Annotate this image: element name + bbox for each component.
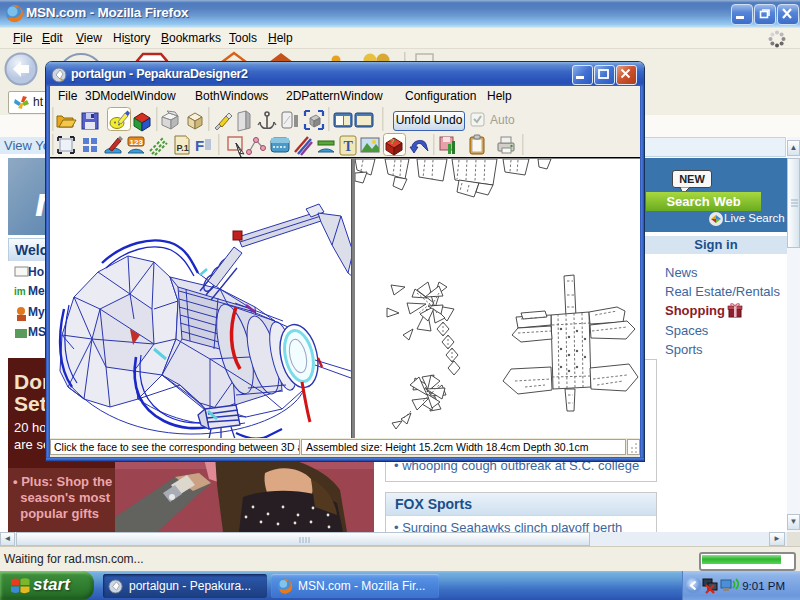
svg-text:123: 123 bbox=[130, 138, 144, 147]
svg-text:Auto: Auto bbox=[490, 113, 515, 127]
svg-text:P.1: P.1 bbox=[177, 143, 189, 153]
svg-text:?: ? bbox=[390, 137, 395, 146]
svg-text:T: T bbox=[344, 139, 354, 154]
svg-text:F: F bbox=[195, 137, 204, 154]
svg-text:im: im bbox=[14, 286, 26, 297]
